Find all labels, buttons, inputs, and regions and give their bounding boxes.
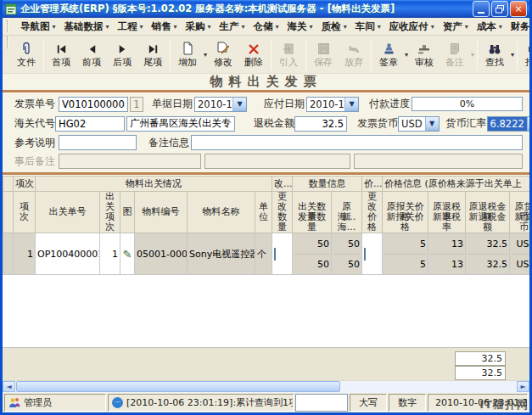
menu-item-navigation[interactable]: 导航图▾ bbox=[16, 19, 60, 35]
col-currency: 原货币新货币 bbox=[510, 192, 529, 233]
due-date-combo[interactable]: 2010-10-06 ▼ bbox=[306, 97, 359, 112]
rate-combo[interactable]: 6.8222 ▼ bbox=[487, 116, 532, 132]
horizontal-scrollbar[interactable]: ◄ ► bbox=[3, 380, 529, 393]
message-bubble-icon: ··· bbox=[112, 397, 123, 408]
attachment-pencil-icon[interactable]: ✎ bbox=[123, 248, 132, 261]
statusbar-input-box[interactable] bbox=[295, 394, 348, 412]
toolbar-grip[interactable] bbox=[7, 20, 8, 32]
col-pic: 图 bbox=[120, 192, 135, 233]
scrollbar-thumb[interactable] bbox=[16, 381, 340, 392]
menu-item-production[interactable]: 生产▾ bbox=[216, 19, 249, 35]
customs-code-input[interactable] bbox=[55, 116, 125, 132]
chevron-down-icon: ▾ bbox=[53, 23, 56, 31]
add-button[interactable]: 增加 bbox=[172, 36, 203, 73]
menu-item-assets[interactable]: 资产▾ bbox=[439, 19, 473, 35]
add-dropdown-icon[interactable]: ▾ bbox=[204, 51, 207, 59]
reference-input[interactable] bbox=[59, 135, 137, 150]
menu-item-workshop[interactable]: 车间▾ bbox=[351, 19, 385, 35]
customs-name-input[interactable] bbox=[126, 116, 235, 132]
sign-button[interactable]: 签章 bbox=[373, 36, 404, 73]
close-button[interactable]: × bbox=[510, 1, 527, 17]
next-record-icon bbox=[116, 41, 129, 55]
group-material: 物料出关情况 bbox=[36, 177, 272, 192]
invoice-no-input[interactable] bbox=[59, 97, 128, 112]
chevron-down-icon: ▾ bbox=[242, 23, 245, 31]
due-date-label: 应付日期 bbox=[264, 97, 306, 111]
scroll-right-button[interactable]: ► bbox=[517, 381, 529, 392]
find-button[interactable]: 查找 bbox=[479, 36, 510, 73]
col-refund-amt: 原退税金额新退税金额 bbox=[466, 192, 510, 233]
change-qty-checkbox[interactable] bbox=[274, 248, 276, 261]
change-price-checkbox[interactable] bbox=[364, 248, 366, 261]
last-record-button[interactable]: 尾项 bbox=[137, 36, 168, 73]
print-button[interactable]: 打印 bbox=[519, 36, 532, 73]
note-button: 备注 bbox=[440, 36, 470, 73]
chevron-down-icon: ▾ bbox=[140, 23, 143, 31]
col-unit: 单位 bbox=[255, 192, 272, 233]
menu-item-basic-data[interactable]: 基础数据▾ bbox=[60, 19, 114, 35]
col-exit-seq: 出关项次 bbox=[100, 192, 120, 233]
find-dropdown-icon[interactable]: ▾ bbox=[511, 51, 514, 59]
users-icon bbox=[8, 397, 20, 408]
minimize-button[interactable] bbox=[473, 1, 490, 17]
restore-button[interactable] bbox=[491, 1, 508, 17]
next-record-button[interactable]: 后项 bbox=[107, 36, 137, 73]
table-row[interactable]: 1 OP100400001 1 ✎ 05001-0001 Sony电视遥控器 (… bbox=[3, 233, 530, 275]
chevron-down-icon: ▾ bbox=[174, 23, 177, 31]
combo-arrow-icon[interactable]: ▼ bbox=[344, 98, 358, 111]
file-button[interactable]: 文件 bbox=[11, 36, 42, 73]
memo-input[interactable] bbox=[191, 135, 523, 150]
menu-item-quality[interactable]: 质检▾ bbox=[317, 19, 351, 35]
audit-button[interactable]: 审核 bbox=[409, 36, 440, 73]
prev-record-icon bbox=[86, 41, 98, 55]
edit-button[interactable]: 修改 bbox=[208, 36, 238, 73]
cell-index: 1 bbox=[14, 233, 36, 275]
menu-item-payables[interactable]: 应收应付▾ bbox=[385, 19, 439, 35]
delete-button[interactable]: 删除 bbox=[238, 36, 269, 73]
prev-record-button[interactable]: 前项 bbox=[76, 36, 107, 73]
total-old-refund: 32.5 bbox=[455, 351, 506, 366]
menu-item-purchase[interactable]: 采购▾ bbox=[182, 19, 216, 35]
currency-label: 发票货币 bbox=[357, 116, 398, 131]
rate-label: 货币汇率 bbox=[446, 116, 487, 131]
restore-icon bbox=[496, 5, 504, 14]
combo-arrow-icon[interactable]: ▼ bbox=[425, 117, 439, 131]
currency-combo[interactable]: USD ▼ bbox=[398, 116, 440, 132]
import-button: 引入 bbox=[273, 36, 304, 73]
reference-label: 参考说明 bbox=[14, 136, 59, 150]
cell-unit: 个 bbox=[255, 233, 272, 275]
col-name: 物料名称 bbox=[188, 192, 255, 233]
col-chg-price: 更改价格 bbox=[362, 192, 383, 233]
refund-input[interactable] bbox=[294, 116, 347, 132]
cell-exit-seq: 1 bbox=[100, 233, 120, 275]
caps-indicator: 大写 bbox=[350, 394, 387, 412]
menu-item-sales[interactable]: 销售▾ bbox=[148, 19, 182, 35]
save-button: 保存 bbox=[308, 36, 339, 73]
cell-chg-price bbox=[362, 233, 383, 275]
menu-item-engineering[interactable]: 工程▾ bbox=[114, 19, 148, 35]
menu-item-finance[interactable]: 财务▾ bbox=[507, 19, 532, 35]
menu-item-customs[interactable]: 海关▾ bbox=[283, 19, 317, 35]
sign-dropdown-icon[interactable]: ▾ bbox=[405, 51, 408, 59]
title-bar: 企业管理系统(ERP) §版本号:1.02.02 服务器名称:本机测试服务器 -… bbox=[3, 0, 529, 18]
first-record-button[interactable]: 首项 bbox=[46, 36, 76, 73]
menu-item-cost[interactable]: 成本▾ bbox=[473, 19, 507, 35]
doc-date-combo[interactable]: 2010-10-06 ▼ bbox=[194, 97, 247, 112]
chevron-down-icon: ▾ bbox=[431, 23, 434, 31]
combo-arrow-icon[interactable]: ▼ bbox=[232, 98, 246, 111]
cell-pic[interactable]: ✎ bbox=[120, 233, 135, 275]
menu-item-warehouse[interactable]: 仓储▾ bbox=[249, 19, 283, 35]
progress-label: 付款进度 bbox=[369, 97, 412, 111]
first-record-icon bbox=[55, 41, 68, 55]
post-note-input-3 bbox=[354, 154, 523, 169]
combo-arrow-icon[interactable]: ▼ bbox=[527, 117, 532, 131]
cell-currency: USDUSD bbox=[510, 233, 529, 275]
num-indicator: 数字 bbox=[389, 394, 426, 412]
toolbar-grip[interactable] bbox=[7, 36, 8, 48]
chevron-down-icon: ▾ bbox=[378, 23, 381, 31]
cell-refund-amt: 32.532.5 bbox=[466, 233, 510, 275]
cell-refund-rate: 1313 bbox=[428, 233, 466, 275]
row-selector[interactable] bbox=[3, 233, 14, 275]
payment-progress-bar: 0% bbox=[412, 97, 523, 111]
scroll-left-button[interactable]: ◄ bbox=[3, 381, 15, 392]
